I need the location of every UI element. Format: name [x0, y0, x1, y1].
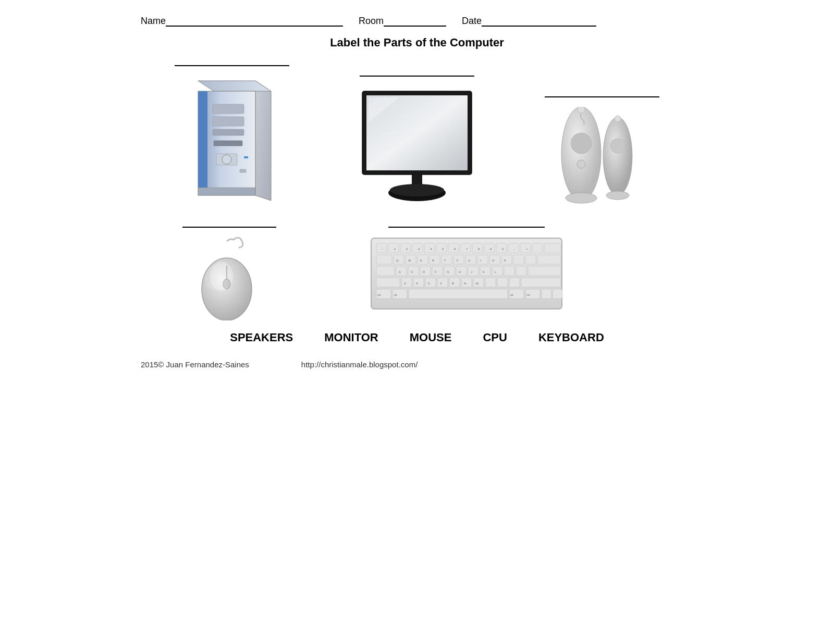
svg-text:ctrl: ctrl: [526, 293, 530, 296]
svg-rect-62: [376, 266, 395, 276]
svg-rect-36: [412, 243, 423, 253]
svg-text:Z: Z: [404, 282, 406, 285]
svg-text:S: S: [411, 270, 413, 274]
svg-text:X: X: [416, 282, 418, 285]
speakers-item: [545, 96, 659, 206]
svg-rect-6: [213, 129, 244, 135]
svg-text:B: B: [452, 282, 454, 285]
svg-text:-: -: [514, 247, 515, 251]
svg-rect-7: [214, 141, 242, 146]
svg-point-20: [606, 191, 629, 200]
svg-point-9: [222, 155, 231, 164]
svg-rect-42: [484, 243, 495, 253]
svg-rect-37: [424, 243, 435, 253]
svg-text:W: W: [408, 259, 411, 262]
name-label: Name: [141, 16, 166, 27]
svg-text:D: D: [423, 270, 425, 274]
svg-point-26: [577, 160, 585, 168]
svg-rect-86: [521, 278, 561, 287]
svg-rect-92: [542, 289, 551, 299]
keyboard-label-line: [388, 227, 545, 228]
svg-text:C: C: [428, 282, 431, 285]
svg-rect-82: [473, 278, 484, 287]
svg-text:=: =: [526, 247, 528, 251]
svg-text:U: U: [468, 259, 470, 262]
svg-rect-46: [532, 243, 543, 253]
svg-rect-5: [213, 117, 244, 126]
speakers-label-line: [545, 96, 659, 97]
svg-text:H: H: [459, 270, 461, 274]
svg-rect-58: [501, 255, 512, 264]
svg-rect-78: [425, 278, 436, 287]
svg-text:Q: Q: [396, 259, 399, 262]
svg-text:G: G: [447, 270, 449, 274]
svg-rect-39: [448, 243, 459, 253]
svg-rect-63: [396, 266, 407, 276]
svg-rect-3: [198, 91, 207, 195]
date-line: [482, 26, 596, 27]
room-label: Room: [359, 16, 384, 27]
svg-rect-93: [553, 289, 562, 299]
bottom-row: ~ 1 2 3 4 5 6 7 8 9 0 - = Q W E R T Y U: [141, 227, 693, 320]
svg-point-22: [615, 116, 621, 122]
svg-rect-51: [418, 255, 428, 264]
svg-marker-1: [198, 81, 271, 91]
svg-text:J: J: [471, 270, 472, 274]
svg-rect-49: [394, 255, 404, 264]
svg-point-19: [603, 117, 632, 195]
svg-rect-38: [436, 243, 447, 253]
svg-rect-40: [460, 243, 471, 253]
svg-rect-53: [441, 255, 452, 264]
svg-rect-64: [408, 266, 419, 276]
svg-text:V: V: [440, 282, 442, 285]
svg-text:M: M: [476, 282, 479, 285]
svg-rect-4: [213, 104, 244, 114]
svg-point-27: [578, 107, 585, 113]
svg-rect-45: [520, 243, 531, 253]
url-text: http://christianmale.blogspot.com/: [301, 360, 418, 369]
svg-text:O: O: [492, 259, 495, 262]
svg-rect-72: [504, 266, 514, 276]
footer: 2015© Juan Fernandez-Saines http://chris…: [141, 360, 693, 369]
svg-text:Y: Y: [456, 259, 458, 262]
svg-rect-52: [430, 255, 440, 264]
cpu-item: [175, 65, 289, 206]
speakers-icon: [555, 107, 649, 206]
header-fields: Name Room Date: [141, 16, 693, 27]
svg-rect-60: [525, 255, 536, 264]
svg-text:F: F: [435, 270, 437, 274]
keyboard-item: ~ 1 2 3 4 5 6 7 8 9 0 - = Q W E R T Y U: [370, 227, 563, 310]
word-mouse: MOUSE: [410, 331, 452, 344]
svg-rect-57: [489, 255, 500, 264]
word-speakers: SPEAKERS: [230, 331, 293, 344]
copyright-text: 2015© Juan Fernandez-Saines: [141, 360, 249, 369]
svg-rect-41: [472, 243, 483, 253]
svg-rect-35: [400, 243, 411, 253]
svg-rect-12: [240, 169, 246, 172]
svg-point-18: [390, 184, 444, 196]
svg-rect-81: [461, 278, 472, 287]
svg-rect-68: [456, 266, 467, 276]
word-keyboard: KEYBOARD: [538, 331, 604, 344]
room-line: [384, 26, 446, 27]
monitor-label-line: [360, 76, 474, 77]
svg-rect-69: [468, 266, 479, 276]
svg-rect-55: [465, 255, 476, 264]
monitor-item: [357, 76, 477, 206]
svg-text:R: R: [432, 259, 435, 262]
svg-rect-83: [485, 278, 496, 287]
svg-rect-34: [388, 243, 399, 253]
svg-rect-77: [413, 278, 424, 287]
svg-text:K: K: [483, 270, 485, 274]
keyboard-icon: ~ 1 2 3 4 5 6 7 8 9 0 - = Q W E R T Y U: [370, 237, 563, 310]
cpu-tower-icon: [188, 76, 276, 206]
date-label: Date: [462, 16, 482, 27]
svg-rect-65: [420, 266, 431, 276]
page-title: Label the Parts of the Computer: [141, 36, 693, 49]
svg-point-25: [571, 133, 592, 154]
top-row: [141, 65, 693, 206]
svg-point-24: [566, 193, 597, 203]
svg-text:alt: alt: [394, 293, 397, 296]
monitor-icon: [357, 86, 477, 206]
svg-text:A: A: [399, 270, 401, 274]
